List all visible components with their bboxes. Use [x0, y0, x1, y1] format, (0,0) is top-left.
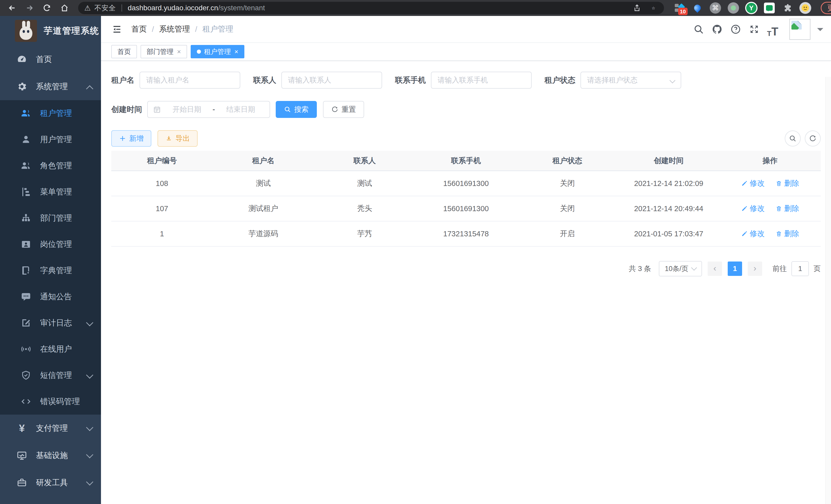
sidebar-item-online-users[interactable]: 在线用户	[0, 336, 101, 362]
sidebar-item-audit-log[interactable]: 审计日志	[0, 310, 101, 336]
sidebar-item-tenant[interactable]: 租户管理	[0, 100, 101, 126]
header-search-button[interactable]	[691, 21, 707, 37]
sidebar-item-post[interactable]: 岗位管理	[0, 231, 101, 258]
github-link-button[interactable]	[709, 21, 725, 37]
cell-mobile: 15601691300	[415, 171, 516, 196]
puzzle-icon	[782, 3, 793, 13]
reset-button-label: 重置	[342, 105, 356, 114]
refresh-table-button[interactable]	[805, 130, 821, 146]
cell-tenant-name: 芋道源码	[212, 221, 314, 246]
delete-link[interactable]: 删除	[775, 178, 799, 188]
extension-wallet-button[interactable]: 10	[673, 2, 686, 14]
export-button-label: 导出	[175, 134, 190, 143]
reset-button[interactable]: 重置	[323, 101, 364, 118]
mobile-input[interactable]	[431, 72, 532, 89]
delete-link[interactable]: 删除	[775, 203, 799, 214]
fullscreen-button[interactable]	[746, 21, 762, 37]
sidebar-item-payment[interactable]: ¥ 支付管理	[0, 415, 101, 442]
export-button[interactable]: 导出	[157, 130, 198, 147]
browser-update-button[interactable]: 更新	[821, 2, 831, 14]
sidebar-item-infrastructure[interactable]: 基础设施	[0, 442, 101, 469]
mobile-label: 联系手机	[395, 75, 426, 86]
edit-link[interactable]: 修改	[741, 229, 765, 239]
share-button[interactable]	[631, 2, 643, 13]
delete-link[interactable]: 删除	[775, 229, 799, 239]
sidebar-item-menu[interactable]: 菜单管理	[0, 179, 101, 205]
tag-dept[interactable]: 部门管理×	[141, 45, 187, 58]
update-label: 更新	[827, 3, 831, 13]
font-size-button[interactable]: TT	[765, 21, 781, 37]
column-header: 租户编号	[111, 151, 212, 171]
breadcrumb-system[interactable]: 系统管理	[159, 24, 190, 34]
extension-y-button[interactable]: Y	[745, 2, 757, 14]
page-size-select[interactable]: 10条/页	[659, 261, 702, 276]
goto-page-input[interactable]	[792, 261, 809, 276]
tag-close-icon[interactable]: ×	[177, 48, 181, 55]
browser-forward-button[interactable]	[22, 2, 37, 14]
contact-label: 联系人	[253, 75, 276, 86]
edit-link[interactable]: 修改	[741, 178, 765, 188]
sidebar-fold-button[interactable]	[111, 23, 123, 35]
extension-chat-button[interactable]	[763, 2, 775, 14]
extension-pin-button[interactable]	[691, 2, 704, 14]
sidebar-item-system[interactable]: 系统管理	[0, 73, 101, 100]
extension-command-button[interactable]: ⌘	[709, 2, 721, 14]
search-button[interactable]: 搜索	[276, 101, 317, 118]
address-bar[interactable]: ⚠ 不安全 dashboard.yudao.iocoder.cn/system/…	[78, 2, 664, 14]
sidebar-item-role[interactable]: 角色管理	[0, 153, 101, 179]
next-page-button[interactable]: ›	[748, 262, 762, 276]
date-range-picker[interactable]: 开始日期 - 结束日期	[147, 101, 270, 118]
sidebar-item-label: 错误码管理	[40, 396, 80, 407]
start-date-placeholder[interactable]: 开始日期	[163, 105, 210, 114]
sidebar-item-home[interactable]: 首页	[0, 46, 101, 73]
bookmark-star-button[interactable]: ☆	[647, 2, 660, 13]
prev-page-button[interactable]: ‹	[708, 262, 722, 276]
tenant-name-input[interactable]	[140, 72, 240, 89]
sidebar-item-dict[interactable]: 字典管理	[0, 258, 101, 284]
breadcrumb-home[interactable]: 首页	[131, 24, 147, 34]
toolbox-icon	[16, 477, 28, 488]
avatar-caret-icon[interactable]	[817, 28, 823, 34]
contact-input[interactable]	[281, 72, 382, 89]
add-button[interactable]: 新增	[111, 130, 151, 147]
cell-status: 关闭	[517, 196, 618, 221]
sidebar-item-sms[interactable]: 短信管理	[0, 362, 101, 388]
extension-emoji-button[interactable]	[799, 2, 811, 14]
sidebar-item-dev-tools[interactable]: 研发工具	[0, 469, 101, 496]
show-search-toggle-button[interactable]	[785, 130, 801, 146]
sidebar-item-error-code[interactable]: 错误码管理	[0, 388, 101, 415]
app-title: 芋道管理系统	[44, 25, 99, 37]
edit-link[interactable]: 修改	[741, 203, 765, 214]
current-page-button[interactable]: 1	[728, 262, 742, 276]
users-icon	[20, 160, 32, 172]
cell-mobile: 17321315478	[415, 221, 516, 246]
cell-mobile: 15601691300	[415, 196, 516, 221]
tag-tenant[interactable]: 租户管理×	[191, 45, 245, 58]
help-button[interactable]	[728, 21, 744, 37]
sidebar-item-dept[interactable]: 部门管理	[0, 205, 101, 231]
sidebar-item-notice[interactable]: 通知公告	[0, 284, 101, 310]
extensions-menu-button[interactable]	[781, 2, 794, 14]
avatar[interactable]	[790, 19, 810, 40]
sidebar-item-user[interactable]: 用户管理	[0, 126, 101, 153]
sidebar-item-label: 支付管理	[36, 423, 68, 434]
sidebar-item-label: 研发工具	[36, 477, 68, 488]
status-select[interactable]: 请选择租户状态	[580, 72, 681, 89]
sidebar-item-label: 通知公告	[40, 291, 72, 302]
cell-contact: 芋艿	[314, 221, 415, 246]
column-header: 联系人	[314, 151, 415, 171]
tag-home[interactable]: 首页	[111, 45, 137, 58]
browser-home-button[interactable]	[57, 2, 72, 14]
browser-reload-button[interactable]	[39, 2, 55, 14]
app-logo-row[interactable]: 芋道管理系统	[0, 16, 101, 46]
trash-icon	[775, 230, 782, 237]
tag-close-icon[interactable]: ×	[234, 48, 238, 55]
end-date-placeholder[interactable]: 结束日期	[217, 105, 264, 114]
user-icon	[20, 134, 32, 145]
sidebar-item-label: 基础设施	[36, 450, 68, 461]
not-secure-warning-icon: ⚠	[84, 4, 91, 12]
extension-nucleus-button[interactable]	[727, 2, 740, 14]
sidebar-item-label: 岗位管理	[40, 239, 72, 250]
url-text[interactable]: dashboard.yudao.iocoder.cn/system/tenant	[128, 4, 265, 12]
browser-back-button[interactable]	[5, 2, 20, 14]
